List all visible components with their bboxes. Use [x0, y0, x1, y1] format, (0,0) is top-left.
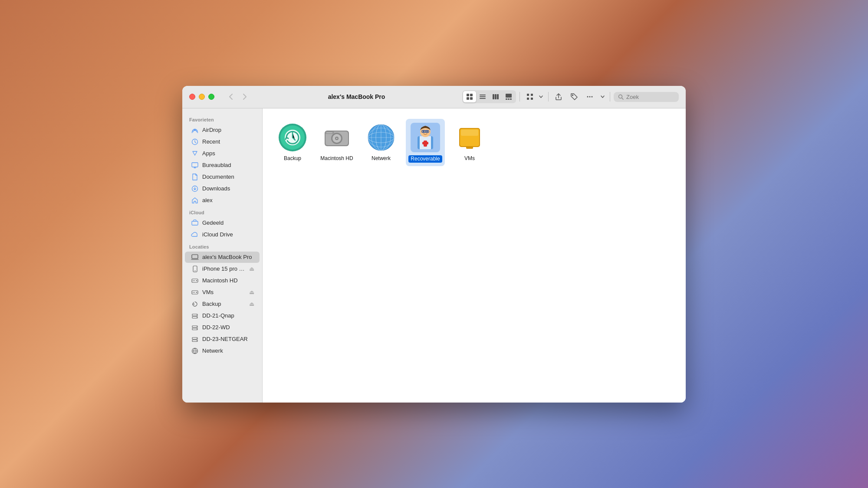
- icloud-icon: [191, 231, 199, 239]
- file-item-backup[interactable]: Backup: [273, 119, 312, 167]
- more-dropdown-button[interactable]: [599, 91, 606, 103]
- sidebar-item-icloud-drive[interactable]: iCloud Drive: [185, 229, 260, 240]
- minimize-button[interactable]: [199, 94, 205, 100]
- svg-point-45: [197, 340, 197, 341]
- finder-window: alex's MacBook Pro: [182, 86, 686, 403]
- sidebar-item-netwerk[interactable]: Netwerk: [185, 345, 260, 357]
- svg-point-33: [196, 291, 197, 292]
- sidebar-item-label-macbook-pro: alex's MacBook Pro: [202, 254, 254, 260]
- svg-rect-3: [470, 97, 473, 100]
- laptop-icon: [191, 253, 199, 261]
- svg-rect-69: [422, 142, 428, 144]
- svg-point-22: [619, 95, 622, 98]
- sidebar-item-label-icloud-drive: iCloud Drive: [202, 231, 254, 238]
- vms-file-label: VMs: [464, 155, 475, 162]
- svg-point-41: [197, 328, 197, 329]
- divider-1: [519, 92, 520, 102]
- more-button[interactable]: [583, 91, 596, 103]
- grid-options-button[interactable]: [523, 91, 536, 103]
- traffic-lights: [189, 94, 214, 100]
- sidebar-item-airdrop[interactable]: AirDrop: [185, 124, 260, 136]
- backup-file-label: Backup: [284, 155, 301, 162]
- sidebar: Favorieten AirDrop: [182, 108, 263, 403]
- close-button[interactable]: [189, 94, 195, 100]
- toolbar-right: [462, 90, 679, 103]
- svg-rect-11: [506, 98, 507, 100]
- view-column-button[interactable]: [489, 91, 502, 102]
- divider-3: [610, 92, 610, 102]
- forward-button[interactable]: [239, 91, 251, 103]
- sidebar-section-locaties: Locaties: [182, 241, 262, 251]
- macintosh-hd-file-label: Macintosh HD: [320, 155, 353, 162]
- file-item-netwerk[interactable]: Netwerk: [362, 119, 401, 167]
- svg-rect-16: [527, 98, 529, 100]
- sidebar-item-macbook-pro[interactable]: alex's MacBook Pro: [185, 252, 260, 263]
- svg-rect-4: [480, 95, 486, 95]
- maximize-button[interactable]: [208, 94, 214, 100]
- sidebar-item-dd22[interactable]: DD-22-WD: [185, 322, 260, 333]
- sidebar-item-label-downloads: Downloads: [202, 185, 254, 192]
- svg-rect-5: [480, 96, 486, 97]
- disk-icon: [191, 277, 199, 285]
- view-grid-button[interactable]: [463, 91, 476, 102]
- sidebar-item-label-apps: Apps: [202, 150, 254, 157]
- svg-rect-15: [531, 94, 533, 96]
- search-box[interactable]: [614, 92, 679, 102]
- airdrop-icon: [191, 126, 199, 134]
- svg-rect-6: [480, 98, 486, 99]
- shared-icon: [191, 219, 199, 227]
- sidebar-item-dd23[interactable]: DD-23-NETGEAR: [185, 334, 260, 345]
- svg-rect-7: [493, 94, 494, 99]
- sidebar-item-label-dd23: DD-23-NETGEAR: [202, 336, 254, 342]
- sidebar-item-label-bureaulad: Bureaublad: [202, 162, 254, 168]
- backup-file-icon: [277, 122, 308, 153]
- backup-eject-button[interactable]: ⏏: [249, 301, 254, 307]
- svg-point-29: [194, 270, 195, 271]
- sidebar-item-backup[interactable]: Backup ⏏: [185, 298, 260, 310]
- content-area: Backup: [263, 108, 686, 403]
- sidebar-item-vms[interactable]: VMs ⏏: [185, 287, 260, 298]
- file-item-recoverable[interactable]: Recoverable: [406, 119, 445, 167]
- sidebar-item-label-dd22: DD-22-WD: [202, 324, 254, 331]
- svg-point-21: [592, 96, 593, 98]
- vms-eject-button[interactable]: ⏏: [249, 289, 254, 295]
- nas-dd23-icon: [191, 335, 199, 343]
- netwerk-file-icon: [366, 122, 396, 153]
- file-item-macintosh-hd[interactable]: Macintosh HD: [317, 119, 356, 167]
- sidebar-section-icloud: iCloud: [182, 206, 262, 217]
- nas-dd21-icon: [191, 312, 199, 320]
- sidebar-item-label-backup: Backup: [202, 301, 246, 307]
- sidebar-item-dd21[interactable]: DD-21-Qnap: [185, 310, 260, 321]
- sidebar-item-label-documenten: Documenten: [202, 174, 254, 180]
- sidebar-item-recent[interactable]: Recent: [185, 136, 260, 147]
- sidebar-item-apps[interactable]: Apps: [185, 148, 260, 159]
- share-button[interactable]: [552, 91, 565, 103]
- svg-point-55: [336, 138, 338, 139]
- svg-rect-24: [192, 163, 198, 167]
- sidebar-item-bureaulad[interactable]: Bureaublad: [185, 160, 260, 171]
- sidebar-item-label-vms: VMs: [202, 289, 246, 295]
- svg-rect-57: [326, 132, 332, 133]
- file-item-vms[interactable]: VMs: [450, 119, 489, 167]
- titlebar: alex's MacBook Pro: [182, 86, 686, 108]
- svg-point-31: [196, 280, 197, 281]
- sidebar-item-documenten[interactable]: Documenten: [185, 171, 260, 183]
- view-gallery-button[interactable]: [502, 91, 515, 102]
- sidebar-item-gedeeld[interactable]: Gedeeld: [185, 217, 260, 229]
- window-title: alex's MacBook Pro: [256, 93, 457, 100]
- back-button[interactable]: [225, 91, 237, 103]
- netwerk-file-label: Netwerk: [372, 155, 391, 162]
- svg-rect-0: [467, 94, 469, 96]
- sidebar-item-alex[interactable]: alex: [185, 195, 260, 206]
- sidebar-item-label-netwerk: Netwerk: [202, 347, 254, 354]
- recent-icon: [191, 138, 199, 146]
- grid-dropdown-button[interactable]: [537, 91, 545, 103]
- view-list-button[interactable]: [476, 91, 489, 102]
- search-input[interactable]: [626, 94, 674, 100]
- svg-point-44: [197, 338, 197, 339]
- sidebar-item-iphone[interactable]: iPhone 15 pro - i... ⏏: [185, 263, 260, 275]
- sidebar-item-macintosh-hd[interactable]: Macintosh HD: [185, 275, 260, 286]
- iphone-eject-button[interactable]: ⏏: [249, 265, 254, 272]
- tag-button[interactable]: [568, 91, 581, 103]
- sidebar-item-downloads[interactable]: Downloads: [185, 183, 260, 194]
